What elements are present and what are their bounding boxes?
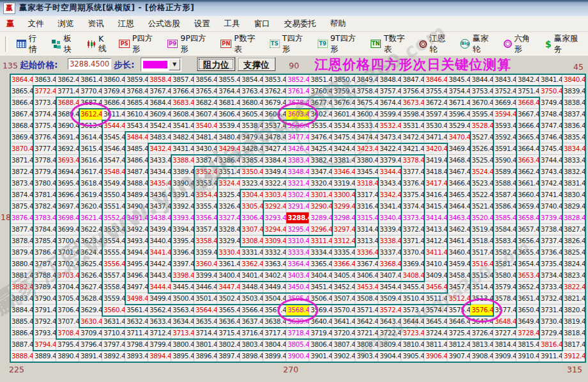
price-cell: 3292.45 — [263, 201, 286, 212]
price-cell: 3600.45 — [355, 109, 378, 120]
price-cell: 3338.45 — [378, 235, 401, 247]
price-cell: 3723.45 — [401, 328, 424, 339]
price-cell: 3527.45 — [470, 132, 493, 143]
toolbar-button-6[interactable]: PNP数字表 — [216, 31, 265, 57]
price-cell: 3893.45 — [125, 351, 148, 362]
toolbar-button-9[interactable]: TNT数字表 — [366, 31, 415, 57]
price-cell: 3791.45 — [33, 305, 56, 316]
start-price-input[interactable] — [68, 58, 111, 70]
price-cell: 3754.45 — [447, 86, 470, 97]
price-cell: 3444.45 — [148, 282, 171, 293]
price-cell: 3395.45 — [171, 235, 194, 247]
price-cell: 3794.45 — [33, 339, 56, 351]
dollar-icon: $ — [545, 40, 552, 49]
support-button[interactable]: 支撑位 — [237, 57, 275, 71]
price-cell: 3793.45 — [33, 328, 56, 339]
price-cell: 3853.45 — [263, 74, 286, 86]
price-cell: 3476.45 — [309, 132, 332, 143]
price-cell: 3510.45 — [401, 293, 424, 305]
price-cell: 3770.45 — [79, 86, 102, 97]
price-cell: 3596.45 — [447, 109, 470, 120]
price-cell: 3402.45 — [263, 270, 286, 282]
price-cell: 3331.45 — [240, 247, 263, 259]
price-cell: 3435.45 — [148, 178, 171, 189]
price-cell: 3463.45 — [447, 212, 470, 224]
toolbar-button-label: 板块 — [63, 33, 78, 55]
price-cell: 3474.45 — [355, 132, 378, 143]
price-cell: 3693.45 — [56, 155, 79, 166]
price-cell: 3499.45 — [148, 293, 171, 305]
price-cell: 3637.45 — [240, 316, 263, 328]
price-cell: 3418.45 — [424, 166, 447, 178]
price-cell: 3465.45 — [447, 189, 470, 201]
price-cell: 3386.45 — [217, 155, 240, 166]
price-cell: 3667.45 — [516, 109, 539, 120]
toolbar-button-12[interactable]: 六角形 — [499, 31, 541, 57]
price-cell: 3608.45 — [171, 109, 194, 120]
price-cell: 3350.45 — [240, 166, 263, 178]
price-cell: 3565.45 — [217, 305, 240, 316]
menu-item-6[interactable]: 设置 — [187, 17, 217, 31]
price-cell: 3869.45 — [10, 132, 33, 143]
key-price-cell-3576.45: 3576.45 — [470, 305, 493, 316]
price-cell: 3785.45 — [33, 235, 56, 247]
resistance-button[interactable]: 阻力位 — [197, 57, 235, 71]
angle-label-270: 270 — [283, 365, 298, 374]
sector-blocks-icon — [52, 40, 61, 49]
menu-item-2[interactable]: 浏览 — [51, 17, 81, 31]
price-cell: 3589.45 — [493, 166, 516, 178]
menu-item-1[interactable]: 文件 — [21, 17, 51, 31]
menu-item-7[interactable]: 工具 — [217, 17, 247, 31]
gann-price-square: 3864.453863.453862.453861.453860.453859.… — [10, 74, 585, 362]
price-cell: 3894.45 — [148, 351, 171, 362]
price-cell: 3443.45 — [148, 270, 171, 282]
price-cell: 3512.45 — [447, 293, 470, 305]
price-cell: 3311.45 — [309, 235, 332, 247]
toolbar-button-13[interactable]: $赢家服务 — [541, 31, 588, 57]
price-cell: 3800.45 — [171, 339, 194, 351]
price-cell: 3317.45 — [355, 189, 378, 201]
toolbar-button-5[interactable]: P99P四方形 — [163, 31, 216, 57]
title-bar[interactable]: 赢 赢家老子时空周期系统[纵横版] - [价格正方形] — [0, 0, 588, 16]
toolbar-button-11[interactable]: Big赢家轮 — [456, 31, 499, 57]
toolbar-button-3[interactable]: K线 — [82, 31, 114, 57]
price-cell: 3313.45 — [355, 235, 378, 247]
price-cell: 3524.45 — [470, 166, 493, 178]
toolbar-button-2[interactable]: 板块 — [47, 31, 82, 57]
price-cell: 3705.45 — [56, 293, 79, 305]
price-cell: 3496.45 — [125, 270, 148, 282]
child-window-icon[interactable]: 赢 — [6, 19, 15, 29]
price-cell: 3480.45 — [217, 132, 240, 143]
price-cell: 3392.45 — [171, 201, 194, 212]
toolbar-button-10[interactable]: 江恩轮 — [415, 31, 456, 57]
menu-item-8[interactable]: 窗口 — [247, 17, 277, 31]
price-cell: 3660.45 — [516, 189, 539, 201]
price-cell: 3412.45 — [424, 235, 447, 247]
price-cell: 3852.45 — [286, 74, 309, 86]
price-cell: 3447.45 — [217, 282, 240, 293]
price-cell: 3633.45 — [148, 316, 171, 328]
toolbar-button-1[interactable]: 行情 — [12, 31, 47, 57]
price-cell: 3538.45 — [240, 120, 263, 132]
price-cell: 3450.45 — [286, 282, 309, 293]
menu-item-4[interactable]: 江恩 — [111, 17, 141, 31]
menu-item-10[interactable]: 帮助 — [323, 17, 353, 31]
toolbar-button-7[interactable]: TST四方形 — [265, 31, 313, 57]
price-cell: 3343.45 — [378, 178, 401, 189]
menu-item-3[interactable]: 资讯 — [81, 17, 111, 31]
menu-item-5[interactable]: 公式选股 — [141, 17, 187, 31]
price-cell: 3829.45 — [562, 201, 585, 212]
price-cell: 3362.45 — [240, 259, 263, 270]
price-cell: 3897.45 — [217, 351, 240, 362]
menu-item-9[interactable]: 交易委托 — [277, 17, 323, 31]
toolbar-button-8[interactable]: T99T四方形 — [313, 31, 366, 57]
price-cell: 3555.45 — [102, 247, 125, 259]
price-cell: 3865.45 — [10, 86, 33, 97]
price-cell: 3415.45 — [424, 201, 447, 212]
price-cell: 3330.45 — [217, 247, 240, 259]
price-cell: 3706.45 — [56, 305, 79, 316]
price-cell: 3675.45 — [355, 97, 378, 109]
chevron-down-icon[interactable]: ▼ — [169, 59, 180, 70]
step-color-dropdown[interactable]: ▼ — [141, 58, 182, 72]
toolbar-button-4[interactable]: PSP四方形 — [114, 31, 163, 57]
